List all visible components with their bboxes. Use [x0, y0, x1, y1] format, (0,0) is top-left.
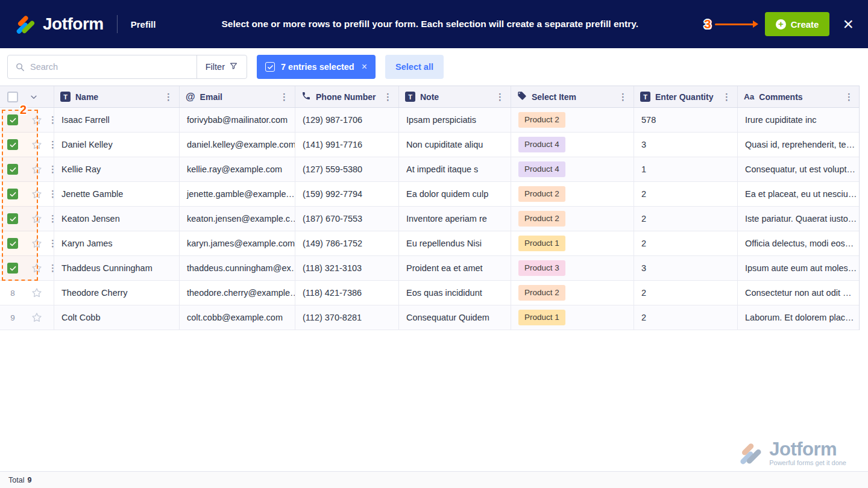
star-icon[interactable] — [31, 262, 43, 274]
filter-icon — [229, 61, 238, 72]
star-icon[interactable] — [31, 237, 43, 249]
cell-note: Consequatur Quidem — [399, 305, 511, 330]
item-badge: Product 1 — [518, 310, 565, 325]
row-menu-icon[interactable]: ⋮ — [48, 164, 54, 175]
table-row[interactable]: 8 Theodore Cherry theodore.cherry@exampl… — [0, 281, 859, 305]
header-chevron[interactable] — [25, 86, 54, 107]
item-badge: Product 4 — [518, 161, 565, 177]
row-number: 9 — [10, 313, 15, 322]
filter-button[interactable]: Filter — [197, 55, 247, 78]
table-row[interactable]: ⋮ Kellie Ray kellie.ray@example.com (127… — [0, 157, 859, 182]
column-menu-icon[interactable]: ⋮ — [722, 92, 731, 102]
column-menu-icon[interactable]: ⋮ — [383, 92, 392, 102]
jotform-logo[interactable]: Jotform — [14, 13, 104, 35]
cell-name: Jenette Gamble — [54, 182, 180, 206]
column-header-label: Select Item — [532, 92, 576, 102]
item-badge: Product 2 — [518, 112, 565, 128]
cell-email: thaddeus.cunningham@ex… — [180, 256, 295, 280]
star-icon[interactable] — [31, 139, 43, 151]
cell-email: kellie.ray@example.com — [180, 157, 295, 181]
cell-phone: (149) 786-1752 — [295, 231, 399, 255]
column-menu-icon[interactable]: ⋮ — [618, 92, 627, 102]
filter-button-label: Filter — [206, 62, 225, 72]
column-header-phone-number[interactable]: Phone Number⋮ — [295, 86, 399, 107]
entries-selected-button[interactable]: 7 entries selected × — [257, 55, 376, 79]
row-checkbox[interactable] — [7, 213, 18, 224]
star-icon[interactable] — [31, 213, 43, 225]
select-all-checkbox[interactable] — [0, 86, 25, 107]
star-icon[interactable] — [31, 311, 43, 324]
cell-note: Ipsam perspiciatis — [399, 108, 511, 132]
cell-quantity: 2 — [634, 182, 738, 206]
table-row[interactable]: ⋮ Keaton Jensen keaton.jensen@example.c…… — [0, 207, 859, 231]
aa-icon: Aa — [744, 92, 754, 101]
table-row[interactable]: ⋮ Isaac Farrell forivybab@mailinator.com… — [0, 108, 859, 133]
table-row[interactable]: ⋮ Jenette Gamble jenette.gamble@example.… — [0, 182, 859, 207]
cell-comments: Irure cupiditate inc — [738, 108, 860, 132]
cell-phone: (141) 991-7716 — [295, 133, 399, 157]
item-badge: Product 2 — [518, 186, 565, 202]
column-header-label: Comments — [759, 92, 802, 102]
column-menu-icon[interactable]: ⋮ — [280, 92, 289, 102]
column-menu-icon[interactable]: ⋮ — [844, 92, 854, 102]
cell-comments: Consectetur non aut odit … — [738, 281, 860, 305]
table-row[interactable]: 9 Colt Cobb colt.cobb@example.com (112) … — [0, 305, 859, 330]
create-button[interactable]: + Create — [765, 12, 830, 36]
column-header-label: Phone Number — [316, 92, 376, 102]
cell-note: Eos quas incididunt — [399, 281, 511, 305]
row-menu-icon[interactable]: ⋮ — [48, 139, 54, 150]
row-menu-icon[interactable]: ⋮ — [48, 114, 54, 125]
chevron-down-icon — [29, 92, 39, 102]
cell-name: Keaton Jensen — [54, 207, 180, 231]
star-icon[interactable] — [31, 188, 43, 200]
row-menu-icon[interactable]: ⋮ — [48, 238, 54, 249]
table-row[interactable]: ⋮ Daniel Kelley daniel.kelley@example.co… — [0, 133, 859, 157]
table-header-row: TName⋮@Email⋮Phone Number⋮TNote⋮Select I… — [0, 86, 859, 108]
search-input[interactable] — [30, 55, 197, 78]
row-checkbox[interactable] — [7, 263, 18, 274]
row-checkbox[interactable] — [7, 139, 18, 150]
row-checkbox[interactable] — [7, 189, 18, 199]
column-menu-icon[interactable]: ⋮ — [164, 92, 173, 102]
star-icon[interactable] — [31, 114, 43, 126]
annotation-step-3: 3 — [704, 17, 759, 31]
watermark-brand: Jotform — [769, 440, 846, 458]
row-checkbox[interactable] — [7, 238, 18, 249]
column-header-note[interactable]: TNote⋮ — [399, 86, 511, 107]
entries-selected-label: 7 entries selected — [281, 62, 354, 72]
column-header-email[interactable]: @Email⋮ — [180, 86, 295, 107]
column-header-enter-quantity[interactable]: TEnter Quantity⋮ — [634, 86, 738, 107]
table-row[interactable]: ⋮ Thaddeus Cunningham thaddeus.cunningha… — [0, 256, 859, 281]
cell-email: keaton.jensen@example.c… — [180, 207, 295, 231]
cell-email: theodore.cherry@example… — [180, 281, 295, 305]
close-icon[interactable]: × — [843, 15, 854, 33]
column-header-label: Name — [75, 92, 98, 102]
row-checkbox[interactable] — [7, 164, 18, 175]
column-menu-icon[interactable]: ⋮ — [495, 92, 505, 102]
column-header-name[interactable]: TName⋮ — [54, 86, 180, 107]
row-menu-icon[interactable]: ⋮ — [48, 213, 54, 224]
cell-quantity: 3 — [634, 133, 738, 157]
total-value: 9 — [27, 476, 31, 484]
cell-comments: Consequatur, ut est volupt… — [738, 157, 860, 181]
column-header-select-item[interactable]: Select Item⋮ — [511, 86, 634, 107]
cell-note: Non cupiditate aliqu — [399, 133, 511, 157]
star-icon[interactable] — [31, 287, 43, 299]
cell-phone: (129) 987-1706 — [295, 108, 399, 132]
cell-quantity: 2 — [634, 305, 738, 330]
cell-comments: Ipsum aute eum aut moles… — [738, 256, 860, 280]
row-menu-icon[interactable]: ⋮ — [48, 189, 54, 199]
cell-name: Kellie Ray — [54, 157, 180, 181]
table-row[interactable]: ⋮ Karyn James karyn.james@example.com (1… — [0, 231, 859, 256]
brand-name: Jotform — [43, 14, 104, 34]
cell-phone: (187) 670-7553 — [295, 207, 399, 231]
clear-selection-icon[interactable]: × — [362, 61, 367, 72]
cell-email: forivybab@mailinator.com — [180, 108, 295, 132]
column-header-comments[interactable]: AaComments⋮ — [738, 86, 860, 107]
select-all-button[interactable]: Select all — [385, 55, 444, 79]
search-group: Filter — [7, 55, 247, 79]
star-icon[interactable] — [31, 163, 43, 175]
row-menu-icon[interactable]: ⋮ — [48, 263, 54, 274]
row-checkbox[interactable] — [7, 114, 18, 125]
text-icon: T — [60, 92, 71, 102]
